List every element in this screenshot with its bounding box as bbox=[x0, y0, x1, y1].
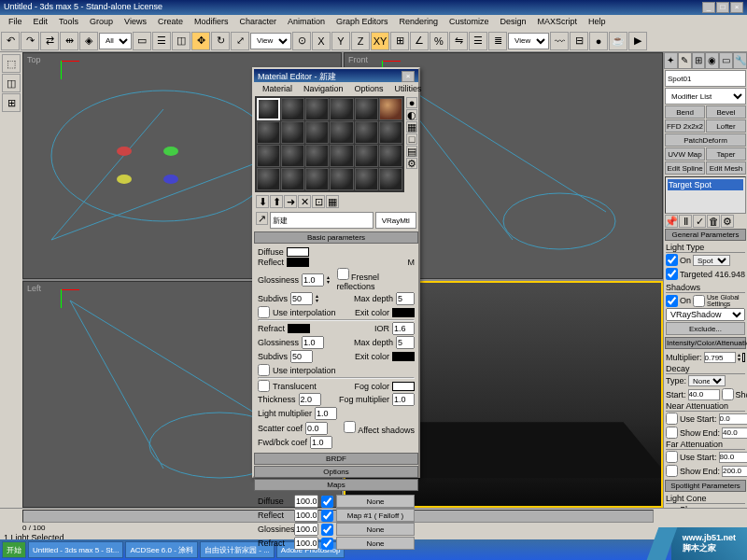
start-button[interactable]: 开始 bbox=[2, 541, 26, 558]
matmenu-material[interactable]: Material bbox=[258, 83, 297, 94]
affectshadows-checkbox[interactable] bbox=[344, 421, 356, 433]
video-color-icon[interactable]: ▤ bbox=[406, 146, 417, 157]
material-slot[interactable] bbox=[305, 145, 329, 167]
map-diffuse-amt[interactable] bbox=[294, 495, 318, 508]
quick-render-button[interactable]: ▶ bbox=[628, 32, 647, 50]
spinner-icon[interactable] bbox=[316, 294, 323, 303]
stack-item[interactable]: Target Spot bbox=[668, 179, 743, 190]
scale-button[interactable]: ⤢ bbox=[231, 32, 249, 50]
material-slot[interactable] bbox=[281, 98, 304, 120]
curve-editor-button[interactable]: 〰 bbox=[550, 32, 569, 50]
spinner-icon[interactable] bbox=[327, 275, 334, 285]
selection-filter[interactable]: All bbox=[99, 33, 132, 49]
refr-useinterp-checkbox[interactable] bbox=[258, 364, 270, 376]
translucent-checkbox[interactable] bbox=[258, 380, 270, 392]
material-slot[interactable] bbox=[281, 121, 304, 144]
spotlight-header[interactable]: Spotlight Parameters bbox=[665, 480, 746, 492]
btn-patchdef[interactable]: PatchDeform bbox=[665, 133, 746, 147]
put-to-scene-icon[interactable]: ⬆ bbox=[270, 195, 283, 208]
decay-start-input[interactable] bbox=[688, 389, 720, 400]
options-icon[interactable]: ⚙ bbox=[406, 158, 417, 169]
btn-uvw[interactable]: UVW Map bbox=[665, 147, 705, 161]
matmenu-utilities[interactable]: Utilities bbox=[390, 83, 427, 94]
map-gloss-amt[interactable] bbox=[294, 523, 318, 536]
refr-subdivs-input[interactable] bbox=[290, 350, 313, 363]
btn-bevel[interactable]: Bevel bbox=[706, 105, 746, 119]
btn-bend[interactable]: Bend bbox=[665, 105, 705, 119]
material-slot[interactable] bbox=[305, 168, 329, 190]
refract-swatch[interactable] bbox=[288, 324, 310, 333]
material-slot[interactable] bbox=[257, 121, 280, 144]
select-button[interactable]: ▭ bbox=[133, 32, 151, 50]
material-slot[interactable] bbox=[330, 98, 353, 120]
map-refract-chk[interactable] bbox=[321, 538, 333, 550]
map-refract-btn[interactable]: None bbox=[336, 537, 415, 550]
bind-button[interactable]: ◈ bbox=[79, 32, 98, 50]
map-gloss-btn[interactable]: None bbox=[336, 523, 415, 536]
restrict-z[interactable]: Z bbox=[351, 32, 370, 50]
render-scene-button[interactable]: ☕ bbox=[609, 32, 627, 50]
menu-rendering[interactable]: Rendering bbox=[395, 16, 444, 29]
decay-type-select[interactable]: None bbox=[688, 375, 726, 386]
minimize-button[interactable]: _ bbox=[702, 2, 715, 13]
angle-snap-button[interactable]: ∠ bbox=[410, 32, 429, 50]
menu-maxscript[interactable]: MAXScript bbox=[533, 16, 583, 29]
fwdback-input[interactable] bbox=[310, 436, 332, 449]
maxdepth-input[interactable] bbox=[396, 292, 415, 305]
fogcolor-swatch[interactable] bbox=[392, 382, 415, 391]
menu-design[interactable]: Design bbox=[496, 16, 531, 29]
on-checkbox[interactable] bbox=[666, 254, 678, 266]
tab-utilities-icon[interactable]: 🔧 bbox=[733, 52, 747, 69]
unlink-button[interactable]: ⇹ bbox=[60, 32, 78, 50]
link-button[interactable]: ⇄ bbox=[40, 32, 59, 50]
matmenu-navigation[interactable]: Navigation bbox=[299, 83, 348, 94]
material-slot[interactable] bbox=[355, 121, 378, 144]
glossiness-input[interactable] bbox=[302, 273, 324, 287]
snap-button[interactable]: ⊞ bbox=[390, 32, 409, 50]
pick-icon[interactable]: ↗ bbox=[256, 212, 268, 225]
material-slot[interactable] bbox=[281, 145, 304, 167]
mateditor-titlebar[interactable]: Material Editor - 新建 × bbox=[254, 69, 418, 82]
targeted-checkbox[interactable] bbox=[666, 268, 678, 280]
maximize-button[interactable]: □ bbox=[716, 2, 729, 13]
menu-help[interactable]: Help bbox=[584, 16, 611, 29]
move-button[interactable]: ✥ bbox=[191, 32, 210, 50]
shadow-type-select[interactable]: VRayShadow bbox=[666, 308, 745, 321]
select-region-button[interactable]: ◫ bbox=[172, 32, 190, 50]
diffuse-swatch[interactable] bbox=[287, 247, 309, 257]
decay-show-chk[interactable] bbox=[722, 388, 734, 400]
mirror-button[interactable]: ⇋ bbox=[449, 32, 468, 50]
basic-params-header[interactable]: Basic parameters bbox=[254, 231, 418, 244]
exitcolor-swatch[interactable] bbox=[392, 308, 415, 317]
refr-exit-swatch[interactable] bbox=[392, 352, 415, 361]
menu-modifiers[interactable]: Modifiers bbox=[190, 16, 233, 29]
menu-animation[interactable]: Animation bbox=[283, 16, 330, 29]
near-use-chk[interactable] bbox=[666, 413, 678, 425]
menu-customize[interactable]: Customize bbox=[444, 16, 494, 29]
material-slot[interactable] bbox=[257, 145, 280, 167]
align-button[interactable]: ☰ bbox=[469, 32, 487, 50]
general-params-header[interactable]: General Parameters bbox=[665, 229, 746, 241]
sample-uv-icon[interactable]: □ bbox=[406, 133, 417, 145]
reflect-swatch[interactable] bbox=[287, 258, 309, 267]
unique-icon[interactable]: ✓ bbox=[693, 215, 706, 228]
menu-grapheditors[interactable]: Graph Editors bbox=[331, 16, 393, 29]
restrict-xy[interactable]: XY bbox=[371, 32, 389, 50]
menu-group[interactable]: Group bbox=[85, 16, 118, 29]
rotate-button[interactable]: ↻ bbox=[211, 32, 230, 50]
modifier-list-dropdown[interactable]: Modifier List bbox=[665, 88, 746, 105]
material-slot[interactable] bbox=[355, 168, 378, 190]
material-slot-1[interactable] bbox=[257, 98, 280, 120]
light-type-select[interactable]: Spot bbox=[693, 255, 730, 266]
delete-icon[interactable]: ✕ bbox=[298, 195, 311, 208]
pivot-button[interactable]: ⊙ bbox=[292, 32, 311, 50]
refcoord-dropdown[interactable]: View bbox=[250, 33, 291, 49]
menu-character[interactable]: Character bbox=[234, 16, 281, 29]
backlight-icon[interactable]: ◐ bbox=[406, 109, 417, 120]
taskbar-item[interactable]: Untitled - 3ds max 5 - St... bbox=[28, 541, 123, 558]
map-gloss-chk[interactable] bbox=[321, 524, 333, 536]
tab-create-icon[interactable]: ✦ bbox=[664, 52, 678, 69]
map-reflect-btn[interactable]: Map #1 ( Falloff ) bbox=[336, 509, 415, 522]
assign-icon[interactable]: ➜ bbox=[284, 195, 297, 208]
show-end-icon[interactable]: Ⅱ bbox=[679, 215, 692, 228]
